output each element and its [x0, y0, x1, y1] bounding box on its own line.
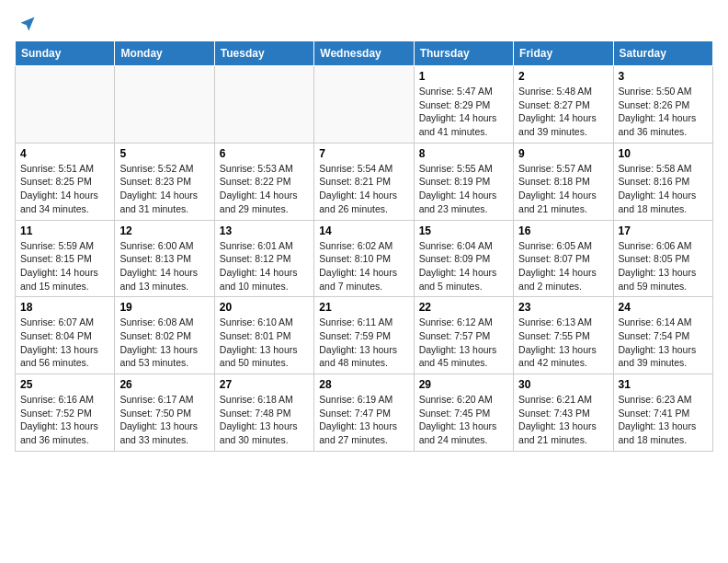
calendar-cell: 6Sunrise: 5:53 AMSunset: 8:22 PMDaylight…: [214, 143, 313, 220]
day-info: Sunrise: 6:12 AMSunset: 7:57 PMDaylight:…: [419, 316, 508, 370]
day-number: 29: [419, 378, 508, 391]
day-number: 5: [119, 147, 209, 160]
day-number: 4: [20, 147, 109, 160]
day-number: 12: [119, 224, 209, 237]
calendar-cell: 29Sunrise: 6:20 AMSunset: 7:45 PMDayligh…: [414, 374, 513, 452]
calendar-cell: 14Sunrise: 6:02 AMSunset: 8:10 PMDayligh…: [314, 220, 414, 297]
day-info: Sunrise: 5:51 AMSunset: 8:25 PMDaylight:…: [20, 162, 109, 216]
day-number: 25: [20, 378, 109, 391]
logo-bird-icon: [18, 15, 37, 33]
day-number: 15: [419, 224, 508, 237]
day-info: Sunrise: 5:52 AMSunset: 8:23 PMDaylight:…: [119, 162, 209, 216]
day-number: 22: [419, 301, 508, 314]
day-info: Sunrise: 6:14 AMSunset: 7:54 PMDaylight:…: [619, 316, 708, 370]
calendar-cell: 11Sunrise: 5:59 AMSunset: 8:15 PMDayligh…: [16, 220, 115, 297]
calendar-cell: 24Sunrise: 6:14 AMSunset: 7:54 PMDayligh…: [613, 297, 712, 374]
calendar-cell: 9Sunrise: 5:57 AMSunset: 8:18 PMDaylight…: [514, 143, 613, 220]
day-number: 19: [119, 301, 209, 314]
day-number: 2: [518, 70, 608, 83]
calendar-table: SundayMondayTuesdayWednesdayThursdayFrid…: [15, 40, 713, 452]
day-number: 31: [619, 378, 708, 391]
calendar-cell: 16Sunrise: 6:05 AMSunset: 8:07 PMDayligh…: [514, 220, 613, 297]
day-info: Sunrise: 6:00 AMSunset: 8:13 PMDaylight:…: [119, 239, 209, 293]
calendar-cell: 28Sunrise: 6:19 AMSunset: 7:47 PMDayligh…: [314, 374, 414, 452]
day-number: 9: [518, 147, 608, 160]
calendar-week-row: 11Sunrise: 5:59 AMSunset: 8:15 PMDayligh…: [16, 220, 713, 297]
day-info: Sunrise: 6:11 AMSunset: 7:59 PMDaylight:…: [319, 316, 408, 370]
day-number: 23: [518, 301, 608, 314]
day-number: 16: [518, 224, 608, 237]
calendar-cell: 10Sunrise: 5:58 AMSunset: 8:16 PMDayligh…: [613, 143, 712, 220]
day-info: Sunrise: 5:53 AMSunset: 8:22 PMDaylight:…: [220, 162, 309, 216]
day-info: Sunrise: 5:50 AMSunset: 8:26 PMDaylight:…: [619, 85, 708, 139]
day-info: Sunrise: 5:59 AMSunset: 8:15 PMDaylight:…: [20, 239, 109, 293]
calendar-cell: 19Sunrise: 6:08 AMSunset: 8:02 PMDayligh…: [115, 297, 214, 374]
day-number: 1: [419, 70, 508, 83]
day-number: 7: [319, 147, 408, 160]
calendar-cell: 13Sunrise: 6:01 AMSunset: 8:12 PMDayligh…: [214, 220, 313, 297]
day-number: 3: [619, 70, 708, 83]
day-info: Sunrise: 5:58 AMSunset: 8:16 PMDaylight:…: [619, 162, 708, 216]
day-number: 28: [319, 378, 408, 391]
day-number: 20: [220, 301, 309, 314]
calendar-cell: 27Sunrise: 6:18 AMSunset: 7:48 PMDayligh…: [214, 374, 313, 452]
calendar-cell: 3Sunrise: 5:50 AMSunset: 8:26 PMDaylight…: [613, 66, 712, 144]
day-info: Sunrise: 6:21 AMSunset: 7:43 PMDaylight:…: [518, 393, 608, 447]
day-info: Sunrise: 5:55 AMSunset: 8:19 PMDaylight:…: [419, 162, 508, 216]
day-info: Sunrise: 6:10 AMSunset: 8:01 PMDaylight:…: [220, 316, 309, 370]
day-info: Sunrise: 6:17 AMSunset: 7:50 PMDaylight:…: [119, 393, 209, 447]
day-number: 24: [619, 301, 708, 314]
day-info: Sunrise: 6:13 AMSunset: 7:55 PMDaylight:…: [518, 316, 608, 370]
day-info: Sunrise: 6:19 AMSunset: 7:47 PMDaylight:…: [319, 393, 408, 447]
day-info: Sunrise: 6:05 AMSunset: 8:07 PMDaylight:…: [518, 239, 608, 293]
calendar-cell: 17Sunrise: 6:06 AMSunset: 8:05 PMDayligh…: [613, 220, 712, 297]
calendar-cell: 2Sunrise: 5:48 AMSunset: 8:27 PMDaylight…: [514, 66, 613, 144]
day-number: 6: [220, 147, 309, 160]
calendar-cell: [115, 66, 214, 144]
page-header: [15, 15, 713, 29]
day-header-friday: Friday: [514, 41, 613, 66]
calendar-week-row: 1Sunrise: 5:47 AMSunset: 8:29 PMDaylight…: [16, 66, 713, 144]
calendar-cell: [314, 66, 414, 144]
day-number: 17: [619, 224, 708, 237]
calendar-week-row: 18Sunrise: 6:07 AMSunset: 8:04 PMDayligh…: [16, 297, 713, 374]
day-number: 21: [319, 301, 408, 314]
day-header-sunday: Sunday: [16, 41, 115, 66]
day-header-wednesday: Wednesday: [314, 41, 414, 66]
day-number: 13: [220, 224, 309, 237]
calendar-cell: 15Sunrise: 6:04 AMSunset: 8:09 PMDayligh…: [414, 220, 513, 297]
day-number: 11: [20, 224, 109, 237]
calendar-cell: 4Sunrise: 5:51 AMSunset: 8:25 PMDaylight…: [16, 143, 115, 220]
day-info: Sunrise: 6:23 AMSunset: 7:41 PMDaylight:…: [619, 393, 708, 447]
calendar-cell: 5Sunrise: 5:52 AMSunset: 8:23 PMDaylight…: [115, 143, 214, 220]
calendar-cell: 23Sunrise: 6:13 AMSunset: 7:55 PMDayligh…: [514, 297, 613, 374]
calendar-cell: 30Sunrise: 6:21 AMSunset: 7:43 PMDayligh…: [514, 374, 613, 452]
day-info: Sunrise: 6:07 AMSunset: 8:04 PMDaylight:…: [20, 316, 109, 370]
calendar-cell: 22Sunrise: 6:12 AMSunset: 7:57 PMDayligh…: [414, 297, 513, 374]
calendar-cell: 12Sunrise: 6:00 AMSunset: 8:13 PMDayligh…: [115, 220, 214, 297]
day-number: 30: [518, 378, 608, 391]
calendar-cell: 8Sunrise: 5:55 AMSunset: 8:19 PMDaylight…: [414, 143, 513, 220]
day-info: Sunrise: 6:08 AMSunset: 8:02 PMDaylight:…: [119, 316, 209, 370]
day-number: 14: [319, 224, 408, 237]
day-header-tuesday: Tuesday: [214, 41, 313, 66]
calendar-week-row: 25Sunrise: 6:16 AMSunset: 7:52 PMDayligh…: [16, 374, 713, 452]
day-info: Sunrise: 6:04 AMSunset: 8:09 PMDaylight:…: [419, 239, 508, 293]
day-info: Sunrise: 5:57 AMSunset: 8:18 PMDaylight:…: [518, 162, 608, 216]
calendar-cell: 25Sunrise: 6:16 AMSunset: 7:52 PMDayligh…: [16, 374, 115, 452]
day-number: 18: [20, 301, 109, 314]
day-info: Sunrise: 5:47 AMSunset: 8:29 PMDaylight:…: [419, 85, 508, 139]
day-info: Sunrise: 5:54 AMSunset: 8:21 PMDaylight:…: [319, 162, 408, 216]
day-info: Sunrise: 6:01 AMSunset: 8:12 PMDaylight:…: [220, 239, 309, 293]
calendar-week-row: 4Sunrise: 5:51 AMSunset: 8:25 PMDaylight…: [16, 143, 713, 220]
calendar-cell: 21Sunrise: 6:11 AMSunset: 7:59 PMDayligh…: [314, 297, 414, 374]
calendar-cell: 20Sunrise: 6:10 AMSunset: 8:01 PMDayligh…: [214, 297, 313, 374]
calendar-cell: 26Sunrise: 6:17 AMSunset: 7:50 PMDayligh…: [115, 374, 214, 452]
day-info: Sunrise: 6:02 AMSunset: 8:10 PMDaylight:…: [319, 239, 408, 293]
day-info: Sunrise: 5:48 AMSunset: 8:27 PMDaylight:…: [518, 85, 608, 139]
day-header-saturday: Saturday: [613, 41, 712, 66]
day-header-thursday: Thursday: [414, 41, 513, 66]
calendar-cell: 31Sunrise: 6:23 AMSunset: 7:41 PMDayligh…: [613, 374, 712, 452]
calendar-header-row: SundayMondayTuesdayWednesdayThursdayFrid…: [16, 41, 713, 66]
day-info: Sunrise: 6:20 AMSunset: 7:45 PMDaylight:…: [419, 393, 508, 447]
